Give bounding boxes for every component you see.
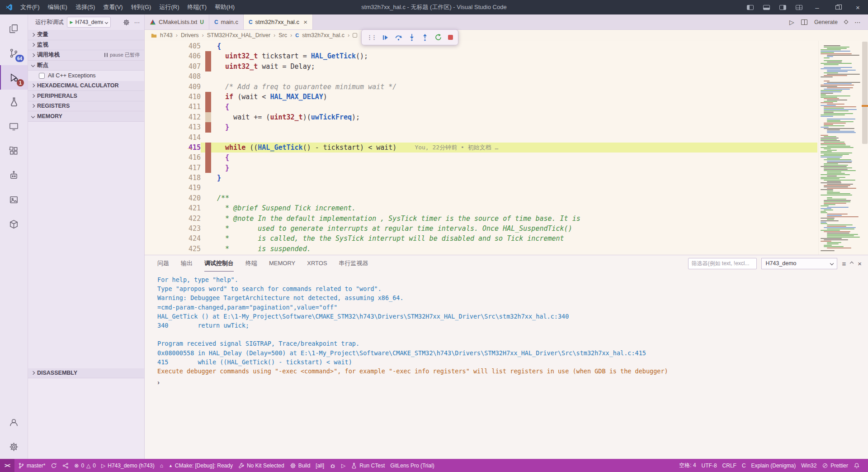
sidebar-item-explorer[interactable] xyxy=(0,16,28,41)
restore-button[interactable] xyxy=(827,0,848,14)
tab-stm32h7xx-hal-c[interactable]: C stm32h7xx_hal.c × xyxy=(244,14,313,29)
debug-console-prompt[interactable]: › xyxy=(157,378,868,387)
section-header[interactable]: REGISTERS xyxy=(28,101,144,112)
explain-status[interactable]: Explain (Denigma) xyxy=(749,459,799,472)
panel-tab[interactable]: XRTOS xyxy=(307,255,327,272)
customize-layout-icon[interactable] xyxy=(791,0,807,14)
menu-item[interactable]: 选择(S) xyxy=(71,0,99,14)
maximize-panel-icon[interactable] xyxy=(850,262,854,265)
menu-item[interactable]: 编辑(E) xyxy=(44,0,71,14)
stop-icon[interactable] xyxy=(448,35,453,40)
minimap[interactable] xyxy=(818,41,862,255)
prettier-status[interactable]: Prettier xyxy=(819,459,851,472)
sparkle-icon[interactable] xyxy=(844,20,849,24)
debug-console[interactable]: For help, type "help".Type "apropos word… xyxy=(145,272,868,459)
toggle-sidebar-icon[interactable] xyxy=(742,0,758,14)
remote-indicator[interactable]: >< xyxy=(0,459,14,472)
build-button[interactable]: Build xyxy=(287,459,313,472)
menu-item[interactable]: 帮助(H) xyxy=(211,0,239,14)
eol-status[interactable]: CRLF xyxy=(720,459,739,472)
sidebar-item-run-debug[interactable]: 1 xyxy=(0,65,28,90)
panel-tab[interactable]: 调试控制台 xyxy=(204,255,234,272)
sidebar-item-remote-explorer[interactable] xyxy=(0,114,28,138)
launch-button[interactable]: ▷ xyxy=(339,459,348,472)
menu-item[interactable]: 文件(F) xyxy=(16,0,44,14)
indentation-status[interactable]: 空格: 4 xyxy=(676,459,698,472)
breadcrumb-item[interactable]: Drivers xyxy=(181,32,199,38)
sync-button[interactable] xyxy=(48,459,60,472)
encoding-status[interactable]: UTF-8 xyxy=(699,459,720,472)
notifications-button[interactable] xyxy=(851,459,863,472)
sidebar-item-source-control[interactable]: 64 xyxy=(0,41,28,65)
section-header[interactable]: PERIPHERALS xyxy=(28,91,144,101)
sidebar-item-ai-assistant[interactable] xyxy=(0,163,28,187)
run-file-icon[interactable]: ▷ xyxy=(789,19,794,26)
gitlens-status[interactable]: GitLens Pro (Trial) xyxy=(387,459,437,472)
editor-scrollbar[interactable] xyxy=(862,41,868,255)
split-editor-icon[interactable] xyxy=(801,19,807,25)
more-editor-actions-icon[interactable]: ⋯ xyxy=(854,19,861,26)
section-header[interactable]: HEXADECIMAL CALCULATOR xyxy=(28,81,144,91)
console-filter-input[interactable] xyxy=(688,258,757,269)
section-header[interactable]: 调用堆栈pause 已暂停 xyxy=(28,50,144,61)
ctest-button[interactable]: Run CTest xyxy=(348,459,387,472)
restart-icon[interactable] xyxy=(434,33,442,41)
panel-tab[interactable]: 终端 xyxy=(245,255,257,272)
menu-item[interactable]: 运行(R) xyxy=(155,0,183,14)
panel-tab[interactable]: MEMORY xyxy=(269,255,295,272)
toggle-panel-icon[interactable] xyxy=(758,0,774,14)
step-out-icon[interactable] xyxy=(421,33,429,41)
build-target-button[interactable]: [all] xyxy=(313,459,327,472)
share-button[interactable] xyxy=(60,459,71,472)
menu-item[interactable]: 转到(G) xyxy=(127,0,156,14)
breakpoint-item[interactable]: All C++ Exceptions xyxy=(28,71,144,81)
continue-icon[interactable] xyxy=(382,34,389,41)
launch-config-select[interactable]: ▶ H743_demo xyxy=(67,17,111,28)
tab-main-c[interactable]: C main.c xyxy=(209,14,244,29)
breadcrumb-item[interactable]: STM32H7xx_HAL_Driver xyxy=(207,32,270,38)
section-header[interactable]: 断点 xyxy=(28,61,144,71)
close-button[interactable]: × xyxy=(848,0,868,14)
menu-item[interactable]: 查看(V) xyxy=(99,0,127,14)
toggle-secondary-sidebar-icon[interactable] xyxy=(774,0,791,14)
settings-button[interactable] xyxy=(0,434,28,459)
platform-status[interactable]: Win32 xyxy=(798,459,819,472)
kit-status[interactable]: No Kit Selected xyxy=(236,459,287,472)
branch-status[interactable]: master* xyxy=(15,459,48,472)
cmake-status[interactable]: ▲CMake: [Debug]: Ready xyxy=(166,459,236,472)
step-over-icon[interactable] xyxy=(395,33,402,41)
debug-session-select[interactable]: H743_demo xyxy=(761,258,837,269)
breadcrumb-item[interactable]: h743 xyxy=(160,32,173,38)
console-lines-icon[interactable]: ≡ xyxy=(842,260,846,267)
sidebar-item-testing[interactable] xyxy=(0,90,28,114)
start-debug-icon[interactable]: ▶ xyxy=(70,20,73,24)
section-header[interactable]: 监视 xyxy=(28,40,144,51)
generate-button[interactable]: Generate xyxy=(814,19,838,25)
sidebar-item-image-preview[interactable] xyxy=(0,187,28,212)
close-tab-icon[interactable]: × xyxy=(303,18,307,26)
account-button[interactable] xyxy=(0,410,28,434)
close-panel-icon[interactable]: × xyxy=(858,260,862,267)
step-into-icon[interactable] xyxy=(408,33,415,41)
checkbox[interactable] xyxy=(39,73,45,79)
minimize-button[interactable]: – xyxy=(807,0,827,14)
section-header[interactable]: 变量 xyxy=(28,30,144,40)
section-disassembly[interactable]: DISASSEMBLY xyxy=(28,368,144,379)
scrollbar-slider[interactable] xyxy=(862,42,868,144)
panel-tab[interactable]: 串行监视器 xyxy=(339,255,368,272)
debug-target-status[interactable]: ▷H743_demo (h743) xyxy=(99,459,157,472)
tab-cmakelists[interactable]: CMakeLists.txt U xyxy=(145,14,209,29)
panel-tab[interactable]: 输出 xyxy=(181,255,193,272)
drag-handle-icon[interactable]: ⋮⋮ xyxy=(367,34,376,41)
language-status[interactable]: C xyxy=(739,459,749,472)
more-actions-icon[interactable]: ⋯ xyxy=(134,19,140,26)
menu-item[interactable]: 终端(T) xyxy=(183,0,211,14)
sidebar-item-extensions[interactable] xyxy=(0,138,28,163)
section-header[interactable]: MEMORY xyxy=(28,111,144,122)
gear-icon[interactable] xyxy=(123,19,130,26)
debug-button[interactable] xyxy=(327,459,339,472)
breadcrumb-item[interactable]: Src xyxy=(278,32,287,38)
problems-status[interactable]: ⊗0 △0 xyxy=(71,459,99,472)
home-button[interactable]: ⌂ xyxy=(157,459,166,472)
sidebar-item-container[interactable] xyxy=(0,212,28,236)
